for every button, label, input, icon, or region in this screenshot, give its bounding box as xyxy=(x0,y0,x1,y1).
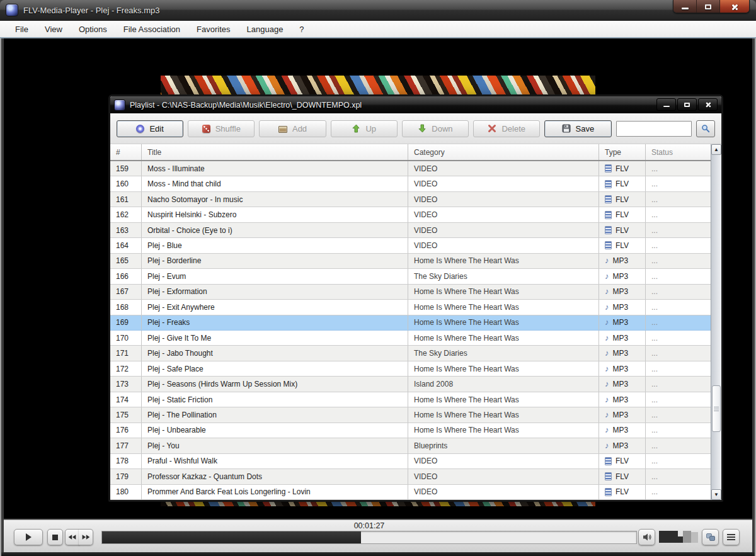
playlist-row[interactable]: 166 Plej - Evum The Sky Diaries MP3 ... xyxy=(110,269,711,284)
menu-item-view[interactable]: View xyxy=(37,22,70,37)
playlist-minimize-button[interactable] xyxy=(656,98,676,111)
cell-status: ... xyxy=(646,346,711,360)
close-button[interactable] xyxy=(720,0,749,13)
video-window-button[interactable] xyxy=(702,529,719,545)
playlist-title-bar[interactable]: Playlist - C:\NAS-Backup\Media\Musik\Ele… xyxy=(110,96,721,113)
menu-item-language[interactable]: Language xyxy=(239,22,291,37)
scrollbar-thumb[interactable] xyxy=(712,385,721,432)
playlist-toggle-button[interactable] xyxy=(723,529,740,545)
down-button[interactable]: Down xyxy=(402,120,469,137)
playlist-row[interactable]: 169 Plej - Freaks Home Is Where The Hear… xyxy=(110,315,711,331)
playlist-row[interactable]: 160 Moss - Mind that child VIDEO FLV ... xyxy=(110,176,711,191)
playlist-row[interactable]: 161 Nacho Sotomayor - In music VIDEO FLV… xyxy=(110,192,711,207)
playlist-maximize-button[interactable] xyxy=(677,98,697,111)
cell-status: ... xyxy=(646,300,711,314)
cell-type: MP3 xyxy=(599,300,646,314)
play-button[interactable] xyxy=(14,529,43,545)
volume-slider[interactable] xyxy=(659,530,698,543)
app-logo-icon xyxy=(6,4,18,16)
video-area: Playlist - C:\NAS-Backup\Media\Musik\Ele… xyxy=(0,38,756,519)
shuffle-button[interactable]: Shuffle xyxy=(188,120,255,137)
cell-number: 176 xyxy=(110,423,142,438)
playlist-table-header: # Title Category Type Status xyxy=(110,144,721,161)
transport-bar: 00:01:27 xyxy=(4,519,752,552)
search-button[interactable] xyxy=(696,120,716,137)
stop-button[interactable] xyxy=(47,529,63,545)
title-bar[interactable]: FLV-Media-Player - Plej - Freaks.mp3 xyxy=(0,0,756,21)
playlist-window: Playlist - C:\NAS-Backup\Media\Musik\Ele… xyxy=(108,94,723,502)
cell-category: Home Is Where The Heart Was xyxy=(408,331,599,345)
playlist-row[interactable]: 175 Plej - The Pollination Home Is Where… xyxy=(110,407,711,423)
playlist-row[interactable]: 167 Plej - Exformation Home Is Where The… xyxy=(110,285,711,300)
mp3-file-icon xyxy=(605,395,609,404)
cell-type: MP3 xyxy=(599,392,646,407)
up-button[interactable]: Up xyxy=(331,120,398,137)
scroll-up-button[interactable]: ▲ xyxy=(711,144,721,155)
cell-type: FLV xyxy=(599,176,646,191)
scrollbar-track[interactable] xyxy=(711,155,721,489)
cell-title: Plej - You xyxy=(142,438,408,453)
app-window: FLV-Media-Player - Plej - Freaks.mp3 Fil… xyxy=(0,0,756,556)
list-icon xyxy=(727,534,735,540)
delete-button[interactable]: Delete xyxy=(473,120,540,137)
seek-bar[interactable] xyxy=(101,531,637,544)
menu-item-favorites[interactable]: Favorites xyxy=(189,22,238,37)
elapsed-time: 00:01:27 xyxy=(101,521,637,530)
playlist-row[interactable]: 171 Plej - Jabo Thought The Sky Diaries … xyxy=(110,346,711,361)
vertical-scrollbar[interactable]: ▲ ▼ xyxy=(711,144,721,500)
playlist-row[interactable]: 174 Plej - Static Friction Home Is Where… xyxy=(110,392,711,407)
playlist-row[interactable]: 168 Plej - Exit Anywhere Home Is Where T… xyxy=(110,300,711,315)
column-header-number[interactable]: # xyxy=(110,144,142,160)
mute-button[interactable] xyxy=(638,529,655,545)
mp3-file-icon xyxy=(605,441,609,450)
cell-type: MP3 xyxy=(599,331,646,345)
next-button[interactable] xyxy=(79,529,93,545)
cell-title: Plej - Evum xyxy=(142,269,408,283)
play-icon xyxy=(26,533,32,541)
menu-item-file-association[interactable]: File Association xyxy=(116,22,188,37)
previous-button[interactable] xyxy=(65,529,79,545)
column-header-title[interactable]: Title xyxy=(142,144,408,160)
minimize-button[interactable] xyxy=(673,0,697,13)
cell-title: Moss - Illuminate xyxy=(142,161,408,176)
playlist-row[interactable]: 170 Plej - Give It To Me Home Is Where T… xyxy=(110,331,711,346)
mp3-file-icon xyxy=(605,426,609,434)
column-header-status[interactable]: Status xyxy=(646,144,721,160)
speaker-icon xyxy=(643,533,651,542)
search-input[interactable] xyxy=(616,121,692,137)
playlist-row[interactable]: 178 Praful - Wishful Walk VIDEO FLV ... xyxy=(110,454,711,469)
maximize-button[interactable] xyxy=(697,0,720,13)
playlist-row[interactable]: 177 Plej - You Blueprints MP3 ... xyxy=(110,438,711,453)
playlist-row[interactable]: 176 Plej - Unbearable Home Is Where The … xyxy=(110,423,711,438)
menu-item-file[interactable]: File xyxy=(8,22,36,37)
playlist-row[interactable]: 164 Plej - Blue VIDEO FLV ... xyxy=(110,238,711,253)
cell-number: 178 xyxy=(110,454,142,468)
menu-item-options[interactable]: Options xyxy=(71,22,115,37)
save-button[interactable]: Save xyxy=(544,120,611,137)
add-button[interactable]: Add xyxy=(259,120,326,137)
cell-type: FLV xyxy=(599,207,646,222)
cell-category: VIDEO xyxy=(408,485,599,499)
cell-number: 168 xyxy=(110,300,142,314)
edit-button[interactable]: Edit xyxy=(117,120,183,137)
move-up-icon xyxy=(352,124,360,133)
column-header-category[interactable]: Category xyxy=(408,144,599,160)
playlist-close-button[interactable] xyxy=(698,98,718,111)
window-title: FLV-Media-Player - Plej - Freaks.mp3 xyxy=(23,6,160,15)
playlist-row[interactable]: 173 Plej - Seasons (Hirds Warm Up Sessio… xyxy=(110,377,711,392)
playlist-row[interactable]: 162 Nuspirit Helsinki - Subzero VIDEO FL… xyxy=(110,207,711,222)
column-header-type[interactable]: Type xyxy=(599,144,646,160)
playlist-row[interactable]: 163 Orbital - Choice (Eye to i) VIDEO FL… xyxy=(110,223,711,238)
menu-item-[interactable]: ? xyxy=(292,22,311,37)
scroll-down-button[interactable]: ▼ xyxy=(711,489,721,500)
cell-number: 174 xyxy=(110,392,142,407)
playlist-row[interactable]: 159 Moss - Illuminate VIDEO FLV ... xyxy=(110,161,711,176)
playlist-row[interactable]: 165 Plej - Borderline Home Is Where The … xyxy=(110,254,711,269)
playlist-row[interactable]: 179 Professor Kazkaz - Quantum Dots VIDE… xyxy=(110,469,711,484)
playlist-row[interactable]: 180 Prommer And Barck Feat Lois Longerli… xyxy=(110,485,711,500)
cell-status: ... xyxy=(646,423,711,438)
playlist-title: Playlist - C:\NAS-Backup\Media\Musik\Ele… xyxy=(130,101,362,110)
search-icon xyxy=(701,124,710,133)
cell-type: FLV xyxy=(599,485,646,499)
playlist-row[interactable]: 172 Plej - Safe Place Home Is Where The … xyxy=(110,361,711,377)
